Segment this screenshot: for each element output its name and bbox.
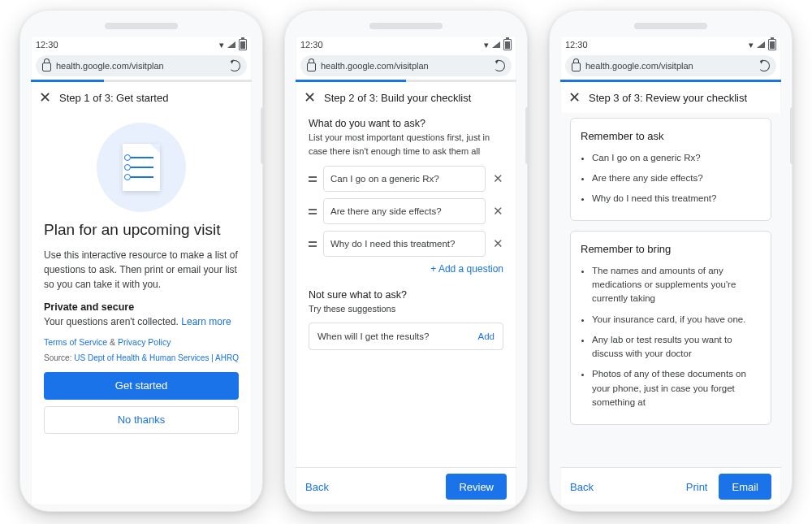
no-thanks-button[interactable]: No thanks [44,406,239,434]
close-icon[interactable]: ✕ [568,90,581,105]
wifi-icon: ▾ [484,40,489,50]
reload-icon[interactable] [494,60,505,71]
question-input[interactable]: Are there any side effects? [323,198,486,224]
email-button[interactable]: Email [719,474,771,500]
close-icon[interactable]: ✕ [304,90,316,105]
add-suggestion-button[interactable]: Add [478,331,495,341]
question-row: Are there any side effects? ✕ [309,198,503,224]
status-bar: 12:30 ▾ [296,36,516,54]
phone-speaker [369,23,443,29]
address-bar[interactable]: health.google.com/visitplan [300,55,512,76]
wifi-icon: ▾ [749,40,754,50]
print-button[interactable]: Print [686,481,708,493]
wifi-icon: ▾ [219,40,224,50]
remove-question-icon[interactable]: ✕ [492,236,503,251]
remove-question-icon[interactable]: ✕ [492,204,503,219]
back-button[interactable]: Back [305,481,329,493]
checklist-document-icon [123,144,160,191]
card-heading: Remember to ask [581,128,761,145]
step-title: Step 1 of 3: Get started [59,92,168,104]
address-bar[interactable]: health.google.com/visitplan [565,55,776,76]
suggestions-subtext: Try these suggestions [309,302,503,316]
footer-bar: Back Review [296,467,516,505]
close-icon[interactable]: ✕ [39,90,51,105]
question-input[interactable]: Can I go on a generic Rx? [323,166,486,192]
phone-step3: 12:30 ▾ health.google.com/visitplan ✕ St… [549,10,793,512]
list-item: Your insurance card, if you have one. [592,313,761,327]
terms-link[interactable]: Terms of Service [44,337,107,347]
list-item: Why do I need this treatment? [592,192,761,206]
cell-signal-icon [492,41,500,48]
lock-icon [307,63,316,71]
list-item: The names and amounts of any medications… [592,264,761,306]
back-button[interactable]: Back [570,481,594,493]
suggestion-row: When will I get the results? Add [309,323,503,350]
step-header: ✕ Step 3 of 3: Review your checklist [560,82,781,113]
phone-speaker [634,23,707,29]
question-row: Can I go on a generic Rx? ✕ [309,166,503,192]
battery-icon [503,39,512,50]
status-bar: 12:30 ▾ [560,36,781,54]
step-title: Step 2 of 3: Build your checklist [324,92,471,104]
drag-handle-icon[interactable] [309,241,317,247]
source-link[interactable]: US Dept of Health & Human Services | AHR… [74,353,239,362]
remove-question-icon[interactable]: ✕ [492,171,503,186]
list-item: Photos of any of these documents on your… [592,367,761,409]
lock-icon [42,63,51,71]
card-heading: Remember to bring [581,241,761,258]
address-bar[interactable]: health.google.com/visitplan [36,55,247,76]
phone-speaker [105,23,178,29]
cell-signal-icon [227,41,235,48]
step-header: ✕ Step 1 of 3: Get started [31,82,252,113]
reload-icon[interactable] [758,60,770,71]
cell-signal-icon [757,41,765,48]
question-input[interactable]: Why do I need this treatment? [323,231,486,257]
status-clock: 12:30 [300,40,323,50]
reload-icon[interactable] [229,60,240,71]
suggestion-text: When will I get the results? [317,331,429,341]
footer-bar: Back Print Email [560,467,781,505]
status-clock: 12:30 [565,40,588,50]
question-section-heading: What do you want to ask? [309,118,503,129]
question-row: Why do I need this treatment? ✕ [309,231,503,257]
description-text: Use this interactive resource to make a … [44,248,239,292]
url-text: health.google.com/visitplan [321,61,489,71]
step-title: Step 3 of 3: Review your checklist [589,92,747,104]
page-headline: Plan for an upcoming visit [44,220,239,240]
add-question-button[interactable]: + Add a question [309,263,503,275]
battery-icon [768,39,776,50]
suggestions-heading: Not sure what to ask? [309,289,503,301]
drag-handle-icon[interactable] [309,176,317,182]
phone-step2: 12:30 ▾ health.google.com/visitplan ✕ St… [284,10,528,512]
lock-icon [572,63,581,71]
get-started-button[interactable]: Get started [44,372,239,400]
learn-more-link[interactable]: Learn more [181,316,231,327]
privacy-policy-link[interactable]: Privacy Policy [118,337,171,347]
privacy-text: Your questions aren't collected. [44,316,181,327]
status-clock: 12:30 [36,40,58,50]
remember-to-ask-card: Remember to ask Can I go on a generic Rx… [570,118,771,221]
review-button[interactable]: Review [446,474,507,500]
url-text: health.google.com/visitplan [585,61,754,71]
status-bar: 12:30 ▾ [31,36,252,54]
battery-icon [239,39,247,50]
list-item: Can I go on a generic Rx? [592,151,761,165]
privacy-heading: Private and secure [44,301,239,313]
url-text: health.google.com/visitplan [56,61,224,71]
remember-to-bring-card: Remember to bring The names and amounts … [570,231,771,425]
question-section-subtext: List your most important questions first… [309,131,503,158]
hero-illustration [97,123,186,212]
step-header: ✕ Step 2 of 3: Build your checklist [296,82,516,113]
phone-step1: 12:30 ▾ health.google.com/visitplan ✕ St… [19,10,263,512]
list-item: Are there any side effects? [592,171,761,185]
list-item: Any lab or test results you want to disc… [592,333,761,362]
drag-handle-icon[interactable] [309,209,317,214]
